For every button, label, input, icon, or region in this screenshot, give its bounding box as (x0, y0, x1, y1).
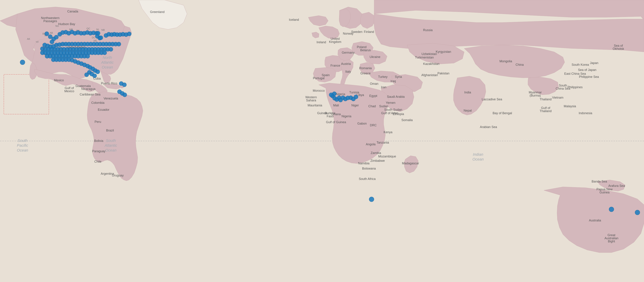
china-label: China (516, 63, 524, 66)
data-point[interactable] (127, 32, 131, 36)
philippine-sea-label: Philippine Sea (579, 75, 599, 78)
brazil-label: Brazil (106, 129, 114, 132)
venezuela-label: Venezuela (104, 97, 118, 100)
data-point-eu6[interactable] (329, 93, 333, 97)
south-atlantic-label3: Ocean (105, 148, 116, 152)
chile-label: Chile (94, 160, 101, 163)
data-point[interactable] (86, 54, 90, 58)
ukraine-label: Ukraine (370, 55, 380, 59)
uk-label: United (331, 37, 340, 40)
north-atlantic-label3: Ocean (102, 65, 113, 69)
great-australian-bight-label2: Australian (604, 237, 618, 240)
myanmar-label: Myanmar (529, 91, 542, 94)
gulf-of-guinea-label: Gulf of Guinea (326, 120, 346, 124)
indonesia-label: Indonesia (579, 111, 592, 115)
peru-label: Peru (94, 120, 101, 124)
gulf-of-thailand-label: Gulf of (541, 106, 550, 110)
western-sahara-label2: Sahara (306, 99, 316, 102)
uk-label2: Kingdom (329, 40, 341, 44)
france-label: France (330, 64, 340, 67)
mexico-label: Mexico (54, 78, 64, 82)
papua-new-guinea-label: Papua New (596, 188, 613, 191)
south-sudan-label: South Sudan (384, 108, 402, 111)
data-point[interactable] (54, 35, 58, 39)
kenya-label: Kenya (384, 130, 392, 134)
data-point[interactable] (96, 70, 100, 74)
turkmenistan-label: Turkmenistan (415, 56, 434, 59)
dc-label: DC (92, 36, 95, 39)
nepal-label: Nepal (464, 109, 472, 112)
northwestern-passages-label2: Passages (43, 19, 57, 23)
kyrgyzstan-label: Kyrgyzstan (436, 50, 451, 53)
oman-label: Oman (370, 82, 378, 85)
indian-ocean-label: Indian (473, 152, 483, 157)
data-point-botswana[interactable] (369, 197, 374, 202)
russia-label: Russia (423, 28, 433, 32)
data-point[interactable] (117, 42, 121, 46)
data-point-de3[interactable] (354, 95, 358, 99)
data-point-pr2[interactable] (122, 83, 126, 87)
italy-label: Italy (345, 70, 351, 73)
nu-label: NU (56, 24, 59, 27)
data-point[interactable] (99, 36, 103, 40)
angola-label: Angola (366, 143, 376, 146)
indian-ocean-label2: Ocean (472, 157, 484, 161)
data-point[interactable] (84, 73, 89, 77)
chad-label: Chad (368, 104, 376, 108)
hudson-bay-label: Hudson Bay (58, 22, 75, 26)
thailand-label: Thailand (540, 98, 552, 101)
ab-label: AB (50, 31, 53, 34)
south-africa-label: South Africa (359, 177, 376, 181)
data-point-ven3[interactable] (123, 93, 127, 97)
algeria-label: Algeria (336, 92, 346, 96)
guatemala-label: Guatemala (76, 84, 91, 88)
gulf-of-aden-label: Gulf of Aden (381, 111, 398, 115)
nl-label: NL (96, 28, 100, 31)
sea-of-okhotsk-label2: Okhotsk (613, 47, 624, 50)
south-pacific-label2: Pacific (17, 143, 28, 148)
austria-label: Austria (341, 62, 351, 66)
turkey-label: Turkey (378, 75, 388, 78)
belarus-label: Belarus (360, 48, 371, 52)
south-atlantic-label: South (106, 138, 116, 143)
data-point[interactable] (109, 47, 113, 51)
greece-label: Greece (360, 72, 370, 75)
pakistan-label: Pakistan (437, 72, 449, 75)
spain-label: Spain (322, 73, 330, 77)
data-point[interactable] (50, 40, 54, 44)
niger-label: Niger (351, 104, 359, 107)
data-point[interactable] (92, 74, 97, 78)
data-point[interactable] (96, 31, 100, 35)
northwestern-passages-label: Northwestern (41, 16, 60, 20)
bay-of-bengal-label: Bay of Bengal (492, 111, 512, 115)
nicaragua-label: Nicaragua (81, 87, 96, 91)
data-point-australia1[interactable] (609, 207, 614, 212)
ne-label: NE (94, 39, 97, 42)
data-point[interactable] (45, 32, 49, 36)
sea-of-okhotsk-label: Sea of (614, 44, 623, 47)
uruguay-label: Uruguay (112, 174, 124, 177)
south-china-sea-label: South (559, 84, 567, 87)
data-point-pacific[interactable] (20, 60, 25, 65)
morocco-label: Morocco (313, 89, 324, 92)
sudan-label: Sudan (379, 104, 388, 108)
data-point[interactable] (102, 51, 107, 55)
paraguay-label: Paraguay (92, 149, 105, 153)
canada-label: Canada (67, 10, 78, 13)
saudi-arabia-label: Saudi Arabia (387, 95, 405, 98)
ecuador-label: Ecuador (98, 108, 109, 111)
puerto-rico-label: Puerto Rico (101, 82, 117, 85)
uzbekistan-label: Uzbekistan (422, 52, 437, 56)
mali-label: Mali (333, 104, 339, 107)
banda-sea-label: Banda Sea (592, 180, 607, 183)
sweden-label: Sweden (351, 30, 362, 33)
mozambique-label: Mozambique (378, 155, 396, 158)
greenland-label: Greenland (150, 10, 164, 14)
data-point-australia2[interactable] (635, 210, 640, 215)
nigeria-label: Nigeria (342, 115, 352, 118)
sea-of-japan-label: Sea of Japan (578, 68, 596, 72)
great-australian-bight-label3: Bight (608, 240, 615, 243)
ak-label: AK (27, 37, 30, 40)
egypt-label: Egypt (369, 94, 377, 98)
germany-label: Germany (342, 51, 354, 54)
